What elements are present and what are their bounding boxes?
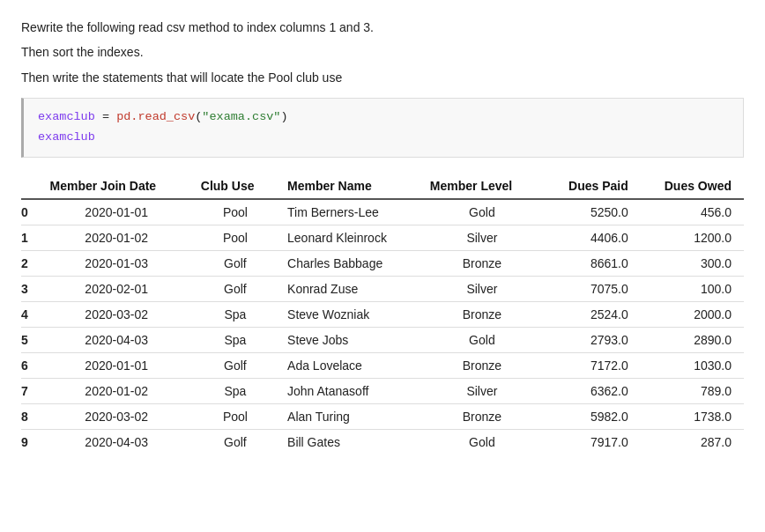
cell-dues-owed: 300.0 (641, 251, 744, 277)
cell-join-date: 2020-04-03 (45, 328, 196, 353)
code-line-1: examclub = pd.read_csv("exama.csv") (38, 107, 729, 128)
table-row: 3 2020-02-01 Golf Konrad Zuse Silver 707… (21, 277, 744, 302)
cell-dues-paid: 2524.0 (546, 302, 641, 328)
cell-club-use: Spa (196, 328, 282, 353)
cell-idx: 6 (21, 353, 45, 379)
instruction-2: Then sort the indexes. (21, 42, 744, 62)
cell-dues-owed: 2000.0 (641, 302, 744, 328)
table-row: 7 2020-01-02 Spa John Atanasoff Silver 6… (21, 379, 744, 404)
cell-idx: 7 (21, 379, 45, 404)
cell-member-name: Leonard Kleinrock (282, 225, 425, 251)
cell-club-use: Golf (196, 430, 282, 455)
instruction-1: Rewrite the following read csv method to… (21, 18, 744, 37)
cell-club-use: Spa (196, 302, 282, 328)
cell-join-date: 2020-03-02 (45, 404, 196, 430)
cell-dues-owed: 1030.0 (641, 353, 744, 379)
cell-club-use: Golf (196, 251, 282, 277)
cell-level: Silver (425, 277, 546, 302)
cell-club-use: Pool (196, 404, 282, 430)
cell-join-date: 2020-03-02 (45, 302, 196, 328)
cell-join-date: 2020-04-03 (45, 430, 196, 455)
code-var-2: examclub (38, 130, 95, 144)
cell-level: Bronze (425, 404, 546, 430)
cell-dues-owed: 287.0 (641, 430, 744, 455)
dataframe-wrapper: Member Join Date Club Use Member Name Me… (21, 174, 744, 454)
col-header-club-use: Club Use (196, 174, 282, 199)
cell-join-date: 2020-01-01 (45, 199, 196, 225)
cell-club-use: Golf (196, 353, 282, 379)
cell-club-use: Spa (196, 379, 282, 404)
cell-level: Gold (425, 328, 546, 353)
cell-club-use: Pool (196, 199, 282, 225)
cell-join-date: 2020-01-02 (45, 225, 196, 251)
cell-member-name: Ada Lovelace (282, 353, 425, 379)
cell-idx: 0 (21, 199, 45, 225)
cell-idx: 4 (21, 302, 45, 328)
cell-level: Gold (425, 199, 546, 225)
cell-dues-owed: 100.0 (641, 277, 744, 302)
cell-member-name: Steve Wozniak (282, 302, 425, 328)
cell-dues-paid: 7917.0 (546, 430, 641, 455)
cell-join-date: 2020-01-01 (45, 353, 196, 379)
code-var: examclub (38, 110, 95, 123)
table-header: Member Join Date Club Use Member Name Me… (21, 174, 744, 199)
cell-idx: 2 (21, 251, 45, 277)
cell-club-use: Golf (196, 277, 282, 302)
dataframe-table: Member Join Date Club Use Member Name Me… (21, 174, 744, 454)
code-block: examclub = pd.read_csv("exama.csv") exam… (21, 98, 744, 158)
cell-member-name: Bill Gates (282, 430, 425, 455)
cell-dues-owed: 1200.0 (641, 225, 744, 251)
cell-level: Silver (425, 225, 546, 251)
cell-member-name: Alan Turing (282, 404, 425, 430)
table-row: 9 2020-04-03 Golf Bill Gates Gold 7917.0… (21, 430, 744, 455)
cell-club-use: Pool (196, 225, 282, 251)
cell-idx: 1 (21, 225, 45, 251)
table-row: 6 2020-01-01 Golf Ada Lovelace Bronze 71… (21, 353, 744, 379)
table-row: 8 2020-03-02 Pool Alan Turing Bronze 598… (21, 404, 744, 430)
code-arg: "exama.csv" (202, 110, 280, 123)
col-header-member-name: Member Name (282, 174, 425, 199)
cell-dues-owed: 2890.0 (641, 328, 744, 353)
col-header-join-date: Member Join Date (45, 174, 196, 199)
cell-dues-paid: 8661.0 (546, 251, 641, 277)
cell-dues-paid: 4406.0 (546, 225, 641, 251)
cell-dues-paid: 2793.0 (546, 328, 641, 353)
cell-level: Silver (425, 379, 546, 404)
cell-level: Gold (425, 430, 546, 455)
cell-level: Bronze (425, 353, 546, 379)
code-line-2: examclub (38, 128, 729, 148)
cell-member-name: Steve Jobs (282, 328, 425, 353)
code-close-paren: ) (280, 110, 287, 123)
col-header-dues-owed: Dues Owed (641, 174, 744, 199)
cell-dues-owed: 789.0 (641, 379, 744, 404)
cell-dues-owed: 1738.0 (641, 404, 744, 430)
code-fn: pd.read_csv (116, 110, 195, 123)
cell-dues-paid: 6362.0 (546, 379, 641, 404)
table-row: 2 2020-01-03 Golf Charles Babbage Bronze… (21, 251, 744, 277)
cell-member-name: Charles Babbage (282, 251, 425, 277)
header-row: Member Join Date Club Use Member Name Me… (21, 174, 744, 199)
cell-join-date: 2020-01-03 (45, 251, 196, 277)
col-header-dues-paid: Dues Paid (546, 174, 641, 199)
table-row: 4 2020-03-02 Spa Steve Wozniak Bronze 25… (21, 302, 744, 328)
cell-level: Bronze (425, 302, 546, 328)
cell-idx: 8 (21, 404, 45, 430)
cell-member-name: Konrad Zuse (282, 277, 425, 302)
cell-dues-paid: 7075.0 (546, 277, 641, 302)
cell-join-date: 2020-02-01 (45, 277, 196, 302)
cell-dues-paid: 7172.0 (546, 353, 641, 379)
instructions-block: Rewrite the following read csv method to… (21, 18, 744, 87)
cell-dues-paid: 5250.0 (546, 199, 641, 225)
cell-member-name: John Atanasoff (282, 379, 425, 404)
col-header-idx (21, 174, 45, 199)
instruction-3: Then write the statements that will loca… (21, 68, 744, 87)
cell-idx: 5 (21, 328, 45, 353)
table-row: 1 2020-01-02 Pool Leonard Kleinrock Silv… (21, 225, 744, 251)
cell-join-date: 2020-01-02 (45, 379, 196, 404)
code-eq: = (95, 110, 116, 123)
cell-idx: 3 (21, 277, 45, 302)
cell-dues-owed: 456.0 (641, 199, 744, 225)
cell-level: Bronze (425, 251, 546, 277)
table-body: 0 2020-01-01 Pool Tim Berners-Lee Gold 5… (21, 199, 744, 454)
cell-member-name: Tim Berners-Lee (282, 199, 425, 225)
